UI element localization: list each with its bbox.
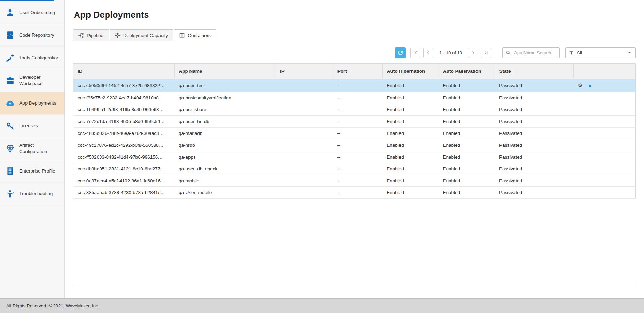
cell-app-name: qa-user_test <box>174 79 276 92</box>
sidebar-item-developer-workspace[interactable]: Developer Workspace <box>0 69 64 92</box>
cell-ip <box>276 79 333 92</box>
last-page-button[interactable] <box>481 48 491 58</box>
cell-auto-passivation: Enabled <box>439 151 495 163</box>
play-icon[interactable]: ▶ <box>589 83 592 88</box>
table-row[interactable]: ccc-4835d026-788f-46ea-a76d-30aac3…qa-ma… <box>73 128 636 139</box>
svg-text:</>: </> <box>7 33 13 37</box>
cell-port: -- <box>333 128 382 139</box>
table-row[interactable]: ccc-0e97aea4-a5af-4102-86a1-fd60e16…qa-m… <box>73 175 636 187</box>
sidebar-item-user-onboarding[interactable]: User Onboarding <box>0 1 64 24</box>
sidebar-item-label: App Deployments <box>19 100 56 106</box>
cell-app-name: qa-User_mobile <box>174 187 276 199</box>
cell-id: ccc-49c27876-ed1c-4292-b0f8-550588… <box>73 139 175 151</box>
cell-state: Passivated <box>495 163 574 175</box>
filter-select[interactable]: All <box>565 47 636 58</box>
cell-auto-passivation: Enabled <box>439 116 495 128</box>
column-header-actions <box>574 64 636 79</box>
cell-auto-hibernation: Enabled <box>382 104 439 116</box>
key-icon <box>6 121 15 130</box>
table-row[interactable]: ccc-db9be051-2331-4121-8c10-8bd277…qa-us… <box>73 163 636 175</box>
cell-state: Passivated <box>495 79 574 92</box>
cell-port: -- <box>333 139 382 151</box>
table-row[interactable]: ccc-7e72c1da-4193-4b05-b8d0-6b9c54…qa-us… <box>73 116 636 128</box>
settings-gear-icon[interactable]: ⚙ <box>578 82 582 88</box>
sidebar-item-licenses[interactable]: Licenses <box>0 115 64 137</box>
sidebar-item-label: Code Repository <box>19 32 54 38</box>
cell-auto-hibernation: Enabled <box>382 163 439 175</box>
cell-ip <box>276 139 333 151</box>
sidebar-item-label: Troubleshooting <box>19 191 53 197</box>
table-row[interactable]: ccc-ff502633-8432-41d4-97b6-996156…qa-ap… <box>73 151 636 163</box>
cloud-upload-icon <box>6 99 15 108</box>
cell-actions <box>574 187 636 199</box>
column-header-state: State <box>495 64 574 79</box>
cell-port: -- <box>333 79 382 92</box>
next-page-button[interactable] <box>468 48 478 58</box>
prev-page-icon <box>426 50 431 55</box>
cell-actions <box>574 151 636 163</box>
cell-port: -- <box>333 163 382 175</box>
cell-ip <box>276 104 333 116</box>
cell-auto-passivation: Enabled <box>439 187 495 199</box>
table-row[interactable]: ccc-f85c75c2-9232-4ee7-b404-9810a8…qa-ba… <box>73 92 636 104</box>
cell-state: Passivated <box>495 116 574 128</box>
cell-auto-hibernation: Enabled <box>382 175 439 187</box>
filter-funnel-icon <box>569 51 574 55</box>
cell-app-name: qa-mobile <box>174 175 276 187</box>
column-header-auto-passivation: Auto Passivation <box>439 64 495 79</box>
filter-selected-value: All <box>577 50 582 55</box>
cell-app-name: qa-mariadb <box>174 128 276 139</box>
cell-auto-passivation: Enabled <box>439 128 495 139</box>
sidebar-item-tools-configuration[interactable]: Tools Configuration <box>0 47 64 69</box>
cell-port: -- <box>333 92 382 104</box>
search-input[interactable] <box>513 50 556 56</box>
tab-pipeline[interactable]: Pipeline <box>73 29 109 41</box>
workspace-icon <box>6 76 15 85</box>
cell-port: -- <box>333 104 382 116</box>
support-icon <box>6 189 15 198</box>
column-header-auto-hibernation: Auto Hibernation <box>382 64 439 79</box>
cell-actions: ⚙▶ <box>574 79 636 92</box>
cell-id: ccc-1b499fa1-2d98-416b-8c4b-960e68… <box>73 104 175 116</box>
tools-wand-icon <box>6 53 15 62</box>
cell-actions <box>574 104 636 116</box>
first-page-icon <box>413 50 418 55</box>
tab-label: Pipeline <box>87 33 103 38</box>
prev-page-button[interactable] <box>423 48 433 58</box>
sidebar-item-enterprise-profile[interactable]: Enterprise Profile <box>0 160 64 183</box>
tab-containers[interactable]: Containers <box>174 29 216 41</box>
column-header-ip: IP <box>276 64 333 79</box>
search-icon <box>506 50 511 55</box>
tab-deployment-capacity[interactable]: Deployment Capacity <box>110 29 173 41</box>
diamond-icon <box>6 144 15 153</box>
table-row[interactable]: ccc-49c27876-ed1c-4292-b0f8-550588…qa-hr… <box>73 139 636 151</box>
sidebar-item-app-deployments[interactable]: App Deployments <box>0 92 64 115</box>
sidebar: User Onboarding</>Code RepositoryTools C… <box>0 0 65 298</box>
sidebar-item-label: Licenses <box>19 123 38 129</box>
pagination-label: 1 - 10 of 10 <box>439 50 462 55</box>
cell-ip <box>276 187 333 199</box>
cell-id: ccc-7e72c1da-4193-4b05-b8d0-6b9c54… <box>73 116 175 128</box>
sidebar-item-artifact-configuration[interactable]: Artifact Configuration <box>0 137 64 160</box>
sidebar-item-label: User Onboarding <box>19 9 55 16</box>
cell-actions <box>574 139 636 151</box>
cell-id: ccc-f85c75c2-9232-4ee7-b404-9810a8… <box>73 92 175 104</box>
cell-auto-hibernation: Enabled <box>382 79 439 92</box>
cell-auto-hibernation: Enabled <box>382 187 439 199</box>
sidebar-item-code-repository[interactable]: </>Code Repository <box>0 24 64 47</box>
containers-table-wrap: IDApp NameIPPortAuto HibernationAuto Pas… <box>73 63 636 199</box>
cell-port: -- <box>333 175 382 187</box>
sidebar-item-troubleshooting[interactable]: Troubleshooting <box>0 183 64 205</box>
cell-state: Passivated <box>495 139 574 151</box>
chevron-down-icon <box>627 50 632 55</box>
cell-id: ccc-385aa5ab-3788-4230-b78a-b2841c… <box>73 187 175 199</box>
first-page-button[interactable] <box>410 48 420 58</box>
table-row[interactable]: ccc-1b499fa1-2d98-416b-8c4b-960e68…qa-us… <box>73 104 636 116</box>
refresh-button[interactable] <box>395 47 406 58</box>
cell-state: Passivated <box>495 187 574 199</box>
table-row[interactable]: ccc-385aa5ab-3788-4230-b78a-b2841c…qa-Us… <box>73 187 636 199</box>
column-header-port: Port <box>333 64 382 79</box>
cell-id: ccc-4835d026-788f-46ea-a76d-30aac3… <box>73 128 175 139</box>
table-row[interactable]: ccc-c5050d64-1452-4c57-872b-086322…qa-us… <box>73 79 636 92</box>
cell-state: Passivated <box>495 175 574 187</box>
